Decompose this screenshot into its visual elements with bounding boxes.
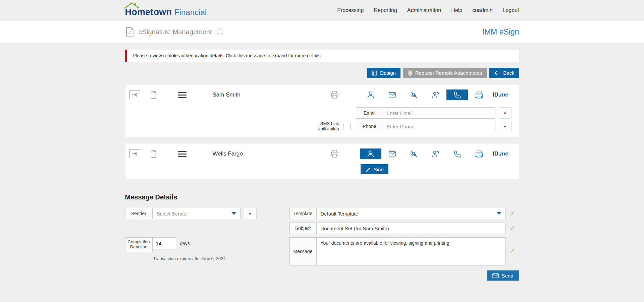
auth-kba-question-icon[interactable]: ?: [425, 89, 446, 100]
design-icon: [372, 70, 377, 76]
auth-phone-icon[interactable]: [446, 148, 468, 159]
toolbar: Design Request Remote Attachments Back: [125, 68, 519, 78]
back-arrow-icon: [494, 70, 500, 76]
tab-arrow-icon: [132, 152, 138, 156]
days-label: days: [180, 241, 190, 246]
print-button[interactable]: [330, 149, 339, 158]
auth-alert-banner[interactable]: Please review remote authentication deta…: [125, 50, 519, 62]
email-row: Email: [125, 107, 519, 119]
sender-label: Sender: [125, 208, 153, 219]
send-row: Send: [289, 270, 519, 281]
auth-fax-icon[interactable]: [468, 148, 490, 159]
sms-link-notification-checkbox[interactable]: [343, 123, 351, 130]
subject-row: Subject ✓: [289, 223, 519, 234]
main-nav: Processing Reporting Administration Help…: [337, 7, 519, 13]
auth-method-row: ? ID.me: [360, 89, 512, 100]
paperclip-icon: [408, 70, 413, 76]
printer-icon: [330, 90, 339, 99]
nav-reporting[interactable]: Reporting: [374, 7, 397, 13]
main-content: Please review remote authentication deta…: [0, 43, 644, 302]
message-label: Message: [289, 237, 317, 265]
svg-text:?: ?: [437, 150, 439, 155]
tab-arrow-icon: [132, 93, 138, 97]
auth-method-row: ? ID.me: [360, 148, 512, 159]
brand-logo[interactable]: Hometown Financial: [125, 4, 207, 17]
info-icon[interactable]: i: [217, 28, 223, 35]
product-name: IMM eSign: [482, 27, 519, 37]
chevron-down-icon: [231, 212, 236, 215]
nav-help[interactable]: Help: [451, 7, 462, 13]
auth-phone-icon[interactable]: [446, 89, 468, 100]
signer-name: Wells Fargo: [213, 150, 243, 157]
message-textarea[interactable]: Your documents are available for viewing…: [317, 237, 506, 265]
document-icon[interactable]: [150, 150, 156, 158]
auth-idme-logo[interactable]: ID.me: [490, 89, 512, 100]
auth-key-icon[interactable]: [403, 148, 425, 159]
completion-deadline-label: Completion Deadline: [125, 237, 153, 252]
tab-arrow-button[interactable]: [129, 90, 140, 99]
nav-logout[interactable]: Logout: [503, 7, 519, 13]
template-row: Template Default Template ✓: [289, 208, 519, 219]
template-dropdown[interactable]: Default Template: [317, 208, 506, 219]
esign-document-icon: [125, 27, 135, 37]
phone-label: Phone: [356, 121, 383, 132]
auth-fax-icon[interactable]: [468, 89, 490, 100]
completion-deadline-input[interactable]: [153, 237, 176, 249]
tab-arrow-button[interactable]: [129, 149, 140, 158]
phone-row: SMS Link Notification Phone: [125, 121, 519, 137]
send-envelope-icon: [492, 273, 499, 278]
page-title: eSignature Management: [139, 28, 212, 36]
message-details-section: Sender Select Sender Completion Deadline…: [125, 208, 519, 281]
sign-button[interactable]: Sign: [361, 164, 388, 174]
sign-row: Sign: [125, 164, 519, 179]
email-input[interactable]: [383, 107, 495, 119]
sender-row: Sender Select Sender: [125, 208, 289, 219]
nav-administration[interactable]: Administration: [407, 7, 441, 13]
send-button[interactable]: Send: [487, 270, 519, 281]
auth-user-icon[interactable]: [360, 89, 382, 100]
logo-house-icon: [124, 2, 147, 9]
auth-key-icon[interactable]: [403, 89, 425, 100]
back-button[interactable]: Back: [489, 68, 519, 78]
pen-icon: [365, 167, 371, 172]
template-valid-check-icon: ✓: [510, 209, 516, 218]
document-icon[interactable]: [150, 91, 156, 99]
message-row: Message Your documents are available for…: [289, 237, 519, 265]
template-label: Template: [289, 208, 317, 219]
title-bar: eSignature Management i IMM eSign: [0, 21, 644, 43]
request-remote-attachments-button[interactable]: Request Remote Attachments: [403, 68, 487, 78]
signer-card-sam-smith: Sam Smith: [125, 84, 519, 137]
subject-valid-check-icon: ✓: [510, 224, 516, 232]
nav-processing[interactable]: Processing: [337, 7, 364, 13]
nav-user-cuadmin[interactable]: cuadmin: [472, 7, 492, 13]
signer-name: Sam Smith: [213, 92, 240, 98]
auth-email-icon[interactable]: [381, 89, 403, 100]
chevron-down-icon: [497, 212, 501, 215]
print-button[interactable]: [330, 90, 339, 99]
email-label: Email: [356, 107, 383, 119]
phone-input[interactable]: [383, 121, 495, 132]
svg-text:?: ?: [437, 91, 439, 96]
expiration-note: Transaction expires after Nov 6, 2024.: [153, 256, 289, 261]
auth-email-icon[interactable]: [381, 148, 403, 159]
auth-idme-logo[interactable]: ID.me: [490, 148, 512, 159]
sms-link-notification-label: SMS Link Notification: [317, 121, 339, 131]
message-valid-check-icon: ✓: [510, 247, 516, 255]
reorder-handle[interactable]: [178, 92, 186, 98]
auth-kba-question-icon[interactable]: ?: [425, 148, 446, 159]
subject-label: Subject: [289, 223, 317, 234]
message-details-heading: Message Details: [125, 193, 519, 201]
subject-input[interactable]: [317, 223, 506, 234]
brand-suffix: Financial: [174, 8, 207, 17]
signer-card-wells-fargo: Wells Fargo: [125, 143, 519, 179]
auth-user-icon[interactable]: [360, 148, 382, 159]
completion-deadline-row: Completion Deadline days: [125, 237, 289, 252]
reorder-handle[interactable]: [178, 151, 186, 157]
top-nav-bar: Hometown Financial Processing Reporting …: [0, 0, 644, 21]
alert-text: Please review remote authentication deta…: [133, 53, 321, 58]
sender-required-indicator: [244, 208, 257, 219]
phone-required-indicator: [499, 121, 512, 132]
design-button[interactable]: Design: [367, 68, 400, 78]
sender-dropdown[interactable]: Select Sender: [153, 208, 240, 219]
printer-icon: [330, 149, 339, 158]
